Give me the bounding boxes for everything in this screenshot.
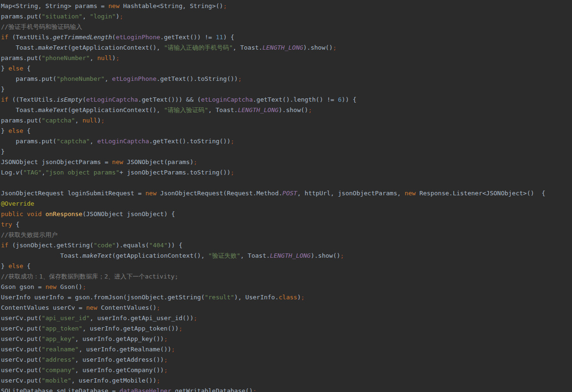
code-token: if <box>1 34 9 41</box>
code-line-23[interactable]: //获取失败提示用户 <box>1 230 572 240</box>
code-line-15[interactable]: } <box>1 147 572 157</box>
code-line-8[interactable]: params.put("phoneNumber", etLoginPhone.g… <box>1 74 572 84</box>
code-token: try <box>1 221 12 228</box>
code-line-14[interactable]: params.put("captcha", etLoginCaptcha.get… <box>1 136 572 147</box>
code-token: "address" <box>42 356 75 363</box>
code-line-12[interactable]: params.put("captcha", null); <box>1 115 572 126</box>
code-token: dataBaseHelper <box>119 387 171 392</box>
code-token: "login" <box>90 13 116 20</box>
code-token: ; <box>230 138 234 145</box>
code-token: ; <box>164 366 167 374</box>
code-token: "app_token" <box>42 325 82 332</box>
code-token: else <box>9 65 23 72</box>
code-token: + jsonObjectParams.toString()) <box>119 169 230 176</box>
code-token: "json object params" <box>45 169 120 176</box>
code-token: "phoneNumber" <box>42 54 90 61</box>
code-line-2[interactable]: params.put("situation", "login"); <box>1 11 572 22</box>
code-token: ; <box>164 335 167 342</box>
code-line-28[interactable]: Gson gson = new Gson(); <box>1 282 572 292</box>
code-line-1[interactable]: Map<String, String> params = new Hashtab… <box>1 1 572 11</box>
code-token: JsonObjectRequest(Request.Method. <box>157 190 282 197</box>
code-line-27[interactable]: //获取成功：1、保存数据到数据库；2、进入下一个activity; <box>1 271 572 282</box>
code-token: ; <box>230 169 234 176</box>
code-line-11[interactable]: Toast.makeText(getApplicationContext(), … <box>1 105 572 115</box>
code-token: getTrimmedLength <box>53 34 112 41</box>
code-token: , userInfo.getMobile()) <box>71 377 157 384</box>
code-line-29[interactable]: UserInfo userInfo = gson.fromJson(jsonOb… <box>1 292 572 303</box>
code-line-17[interactable]: Log.v("TAG","json object params"+ jsonOb… <box>1 167 572 178</box>
code-token: v <box>16 169 19 176</box>
code-line-30[interactable]: ContentValues userCv = new ContentValues… <box>1 303 572 313</box>
code-line-18[interactable] <box>1 178 572 188</box>
code-token: ).show() <box>311 252 341 259</box>
code-token: Toast. <box>1 106 38 113</box>
code-editor[interactable]: Map<String, String> params = new Hashtab… <box>0 0 572 392</box>
code-token: new <box>108 2 119 9</box>
code-token: new <box>86 304 97 311</box>
code-token: if <box>1 242 9 249</box>
code-token: { <box>23 65 31 72</box>
code-line-21[interactable]: public void onResponse(JSONObject jsonOb… <box>1 209 572 219</box>
code-token: ; <box>164 356 167 363</box>
code-token: params.put( <box>1 117 42 124</box>
code-token: userCv.put( <box>1 335 42 342</box>
code-token: Log. <box>1 169 16 176</box>
code-token: , Toast. <box>233 44 263 51</box>
code-token: } <box>1 86 5 93</box>
code-token: //验证手机号码和验证码输入 <box>1 23 82 30</box>
code-line-37[interactable]: userCv.put("mobile", userInfo.getMobile(… <box>1 375 572 386</box>
code-token: LENGTH_LONG <box>270 252 311 259</box>
code-token: Gson gson = <box>1 283 45 290</box>
code-token: "验证失败" <box>208 252 240 259</box>
code-line-3[interactable]: //验证手机号码和验证码输入 <box>1 22 572 32</box>
code-token: 6 <box>338 96 342 103</box>
code-token: "situation" <box>42 13 82 20</box>
code-line-9[interactable]: } <box>1 84 572 95</box>
code-line-33[interactable]: userCv.put("app_key", userInfo.getApp_ke… <box>1 334 572 344</box>
code-token: makeText <box>38 106 68 113</box>
code-token: { <box>23 127 31 134</box>
code-token: @Override <box>1 200 34 207</box>
code-token: new <box>405 190 415 197</box>
code-line-38[interactable]: SQLiteDatabase sqLiteDatabase = dataBase… <box>1 386 572 392</box>
code-line-24[interactable]: if (jsonObject.getString("code").equals(… <box>1 240 572 251</box>
code-line-26[interactable]: } else { <box>1 261 572 271</box>
code-token: ContentValues() <box>97 304 157 311</box>
code-line-25[interactable]: Toast.makeText(getApplicationContext(), … <box>1 251 572 261</box>
code-token: LENGTH_LONG <box>263 44 303 51</box>
code-line-7[interactable]: } else { <box>1 63 572 74</box>
code-line-10[interactable]: if ((TextUtils.isEmpty(etLoginCaptcha.ge… <box>1 95 572 105</box>
code-token: , userInfo.getCompany()) <box>75 366 164 374</box>
code-line-34[interactable]: userCv.put("realname", userInfo.getRealn… <box>1 344 572 355</box>
code-token: JSONObject(params) <box>123 158 194 166</box>
code-line-20[interactable]: @Override <box>1 199 572 209</box>
code-token: userCv.put( <box>1 325 42 332</box>
code-token: Hashtable<String, String>() <box>119 2 223 9</box>
code-token: makeText <box>38 44 68 51</box>
code-token: , <box>105 75 112 82</box>
code-line-5[interactable]: Toast.makeText(getApplicationContext(), … <box>1 43 572 53</box>
code-line-22[interactable]: try { <box>1 219 572 230</box>
code-token: , <box>42 169 45 176</box>
code-line-13[interactable]: } else { <box>1 126 572 136</box>
code-line-16[interactable]: JSONObject jsonObjectParams = new JSONOb… <box>1 157 572 167</box>
code-token: ( <box>19 169 23 176</box>
code-token: (JSONObject jsonObject) { <box>82 210 175 218</box>
code-line-36[interactable]: userCv.put("company", userInfo.getCompan… <box>1 365 572 375</box>
code-token: , Toast. <box>208 106 238 113</box>
code-token: userCv.put( <box>1 356 42 363</box>
code-line-35[interactable]: userCv.put("address", userInfo.getAddres… <box>1 355 572 365</box>
code-line-6[interactable]: params.put("phoneNumber", null); <box>1 53 572 63</box>
code-token: , userInfo.getApi_user_id()) <box>90 314 194 322</box>
code-line-4[interactable]: if (TextUtils.getTrimmedLength(etLoginPh… <box>1 32 572 43</box>
code-line-19[interactable]: JsonObjectRequest loginSubmitRequest = n… <box>1 188 572 199</box>
code-token: , <box>90 138 97 145</box>
code-token: params.put( <box>1 75 56 82</box>
code-token: , userInfo.getAddress()) <box>75 356 164 363</box>
code-line-31[interactable]: userCv.put("api_user_id", userInfo.getAp… <box>1 313 572 323</box>
code-line-32[interactable]: userCv.put("app_token", userInfo.getApp_… <box>1 323 572 334</box>
code-token: , userInfo.getApp_key()) <box>75 335 164 342</box>
code-token: "请输入正确的手机号码" <box>164 44 233 51</box>
code-token: SQLiteDatabase sqLiteDatabase = <box>1 387 119 392</box>
code-token: (getApplicationContext(), <box>112 252 209 259</box>
